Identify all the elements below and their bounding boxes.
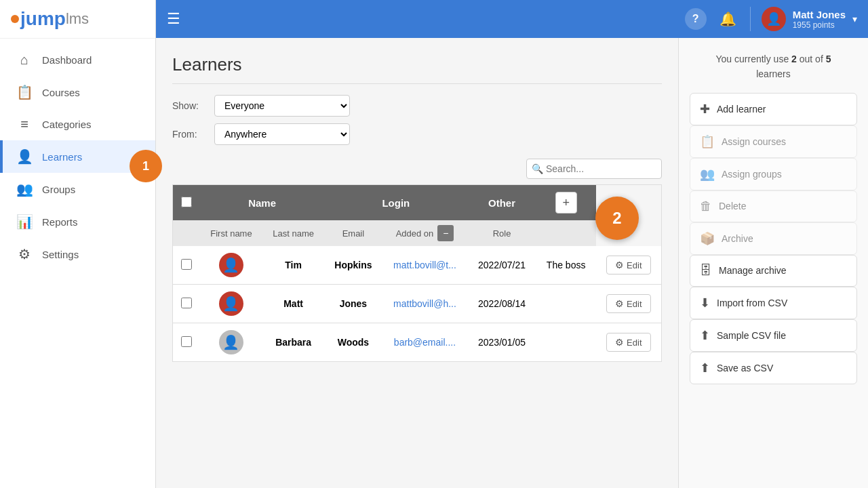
reports-icon: 📊 <box>16 214 33 230</box>
row-checkbox-0[interactable] <box>181 259 192 270</box>
row-checkbox-2[interactable] <box>181 336 192 347</box>
addedon-0: 2022/07/21 <box>467 246 536 285</box>
table-row: 👤 Barbara Woods barb@email.... 2023/01/0… <box>173 323 662 362</box>
usage-count: 2 <box>791 54 797 64</box>
role-2 <box>536 323 596 362</box>
import-csv-icon: ⬇ <box>700 296 710 310</box>
add-learner-icon: ✚ <box>700 102 710 117</box>
sidebar-item-courses[interactable]: 📋 Courses <box>0 76 155 108</box>
sidebar-item-label: Reports <box>42 216 78 228</box>
row-checkbox-1[interactable] <box>181 298 192 308</box>
sidebar-item-label: Learners <box>42 151 82 163</box>
user-points: 1955 points <box>793 20 846 30</box>
sidebar-item-label: Categories <box>42 119 92 130</box>
menu-button[interactable]: ☰ <box>167 10 180 28</box>
dashboard-icon: ⌂ <box>16 52 33 68</box>
lastname-1: Jones <box>324 285 382 323</box>
delete-label: Delete <box>719 201 746 211</box>
sidebar-item-settings[interactable]: ⚙ Settings <box>0 238 155 270</box>
sidebar-item-label: Settings <box>42 249 79 260</box>
avatar: 👤 <box>762 7 786 31</box>
learner-avatar-2: 👤 <box>219 330 243 354</box>
table-row: 👤 Matt Jones mattbovill@h... 2022/08/14 … <box>173 285 662 323</box>
role-1 <box>536 285 596 323</box>
assign-courses-icon: 📋 <box>700 134 715 149</box>
search-input[interactable] <box>526 159 662 179</box>
logo-jump: jump <box>20 8 66 30</box>
save-csv-icon: ⬆ <box>700 361 710 375</box>
add-learner-button[interactable]: ✚Add learner <box>690 93 857 125</box>
from-filter-row: From: Anywhere Location 1 <box>172 123 662 145</box>
search-bar: 🔍 <box>172 159 662 179</box>
sample-csv-icon: ⬆ <box>700 328 710 343</box>
right-panel: You currently use 2 out of 5 learners ✚A… <box>678 38 868 488</box>
usage-suffix: learners <box>756 68 791 79</box>
sidebar-item-learners[interactable]: 👤 Learners 1 <box>0 140 155 173</box>
save-csv-label: Save as CSV <box>717 363 773 373</box>
lastname-2: Woods <box>324 323 382 362</box>
edit-button-1[interactable]: ⚙ Edit <box>606 294 650 313</box>
usage-mid: out of <box>800 54 826 64</box>
delete-button: 🗑Delete <box>690 190 857 222</box>
firstname-1: Matt <box>262 285 324 323</box>
firstname-0: Tim <box>262 246 324 285</box>
manage-archive-label: Manage archive <box>719 265 787 276</box>
assign-groups-label: Assign groups <box>722 169 782 180</box>
sidebar-item-reports[interactable]: 📊 Reports <box>0 205 155 238</box>
select-all-checkbox[interactable] <box>181 197 192 207</box>
manage-archive-icon: 🗄 <box>700 264 712 278</box>
filters: Show: Everyone Active Inactive From: Any… <box>172 95 662 145</box>
sort-button[interactable]: − <box>437 225 454 241</box>
bell-button[interactable]: 🔔 <box>717 11 739 27</box>
page-title: Learners <box>172 54 662 84</box>
edit-button-0[interactable]: ⚙ Edit <box>606 256 650 274</box>
sidebar-item-label: Courses <box>42 87 80 98</box>
add-learner-label: Add learner <box>717 104 766 115</box>
sample-csv-label: Sample CSV file <box>717 330 786 341</box>
email-1: mattbovill@h... <box>382 285 468 323</box>
from-label: From: <box>172 129 206 140</box>
search-wrapper: 🔍 <box>526 159 662 179</box>
topbar: ☰ ? 🔔 👤 Matt Jones 1955 points ▾ <box>156 0 868 38</box>
learner-avatar-1: 👤 <box>219 291 243 316</box>
sidebar-item-label: Groups <box>42 184 75 195</box>
learners-icon: 👤 <box>16 148 33 165</box>
add-column-button[interactable]: + <box>555 192 577 214</box>
email-subheader: Email <box>324 220 382 246</box>
table-row: 👤 Tim Hopkins matt.bovill@t... 2022/07/2… <box>173 246 662 285</box>
edit-button-2[interactable]: ⚙ Edit <box>606 333 650 352</box>
email-0: matt.bovill@t... <box>382 246 468 285</box>
delete-icon: 🗑 <box>700 199 712 214</box>
logo: jump lms <box>0 0 155 39</box>
search-icon: 🔍 <box>532 163 543 174</box>
show-filter-row: Show: Everyone Active Inactive <box>172 95 662 117</box>
role-0: The boss <box>536 246 596 285</box>
from-select[interactable]: Anywhere Location 1 <box>214 123 350 145</box>
firstname-subheader: First name <box>200 220 262 246</box>
archive-button: 📦Archive <box>690 222 857 255</box>
courses-icon: 📋 <box>16 84 33 100</box>
addedon-2: 2023/01/05 <box>467 323 536 362</box>
archive-icon: 📦 <box>700 231 715 246</box>
sidebar-item-groups[interactable]: 👥 Groups <box>0 173 155 205</box>
addedon-subheader: Added on − <box>382 220 468 246</box>
user-menu[interactable]: 👤 Matt Jones 1955 points ▾ <box>750 7 857 31</box>
sidebar: jump lms ⌂ Dashboard 📋 Courses ≡ Categor… <box>0 0 156 488</box>
show-select[interactable]: Everyone Active Inactive <box>214 95 350 117</box>
sidebar-item-dashboard[interactable]: ⌂ Dashboard <box>0 44 155 76</box>
username: Matt Jones <box>793 9 846 20</box>
email-2: barb@email.... <box>382 323 468 362</box>
learners-table: Name Login Other + First name Last name … <box>172 184 662 362</box>
name-header: Name <box>200 185 324 221</box>
chevron-down-icon: ▾ <box>852 14 857 24</box>
groups-icon: 👥 <box>16 181 33 197</box>
manage-archive-button[interactable]: 🗄Manage archive <box>690 255 857 287</box>
import-csv-button[interactable]: ⬇Import from CSV <box>690 287 857 319</box>
sample-csv-button[interactable]: ⬆Sample CSV file <box>690 319 857 352</box>
user-info: Matt Jones 1955 points <box>793 9 846 30</box>
logo-lms: lms <box>66 10 89 28</box>
sidebar-item-categories[interactable]: ≡ Categories <box>0 108 155 140</box>
help-button[interactable]: ? <box>685 8 707 30</box>
main-content: Learners Show: Everyone Active Inactive … <box>156 38 868 488</box>
save-csv-button[interactable]: ⬆Save as CSV <box>690 352 857 384</box>
